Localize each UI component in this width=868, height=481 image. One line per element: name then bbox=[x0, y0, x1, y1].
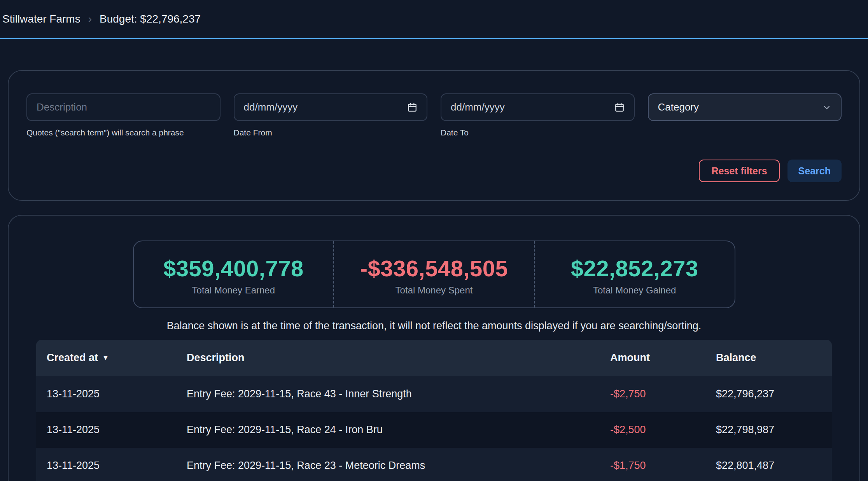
date-from-input[interactable]: dd/mm/yyyy bbox=[234, 93, 428, 121]
filter-fields-row: Quotes ("search term") will search a phr… bbox=[26, 93, 842, 137]
stat-earned-value: $359,400,778 bbox=[134, 256, 334, 281]
stat-spent-value: -$336,548,505 bbox=[334, 256, 534, 281]
stat-earned-label: Total Money Earned bbox=[134, 285, 334, 296]
header-created-at[interactable]: Created at▼ bbox=[36, 340, 176, 376]
stat-earned: $359,400,778 Total Money Earned bbox=[134, 241, 334, 307]
category-selected-value: Category bbox=[658, 101, 699, 113]
header-description[interactable]: Description bbox=[176, 340, 600, 376]
chevron-down-icon bbox=[822, 103, 831, 112]
calendar-icon[interactable] bbox=[407, 102, 417, 112]
search-button[interactable]: Search bbox=[788, 160, 842, 182]
description-input[interactable] bbox=[26, 93, 220, 121]
stat-spent: -$336,548,505 Total Money Spent bbox=[333, 241, 534, 307]
sort-desc-icon: ▼ bbox=[102, 353, 109, 362]
breadcrumb-farm-link[interactable]: Stillwater Farms bbox=[2, 13, 80, 25]
date-to-input[interactable]: dd/mm/yyyy bbox=[441, 93, 635, 121]
filter-panel: Quotes ("search term") will search a phr… bbox=[8, 70, 860, 201]
table-row: 13-11-2025 Entry Fee: 2029-11-15, Race 2… bbox=[36, 412, 832, 448]
date-to-value: dd/mm/yyyy bbox=[451, 101, 505, 113]
money-summary: $359,400,778 Total Money Earned -$336,54… bbox=[133, 240, 735, 308]
date-to-label: Date To bbox=[441, 128, 635, 137]
filter-actions: Reset filters Search bbox=[26, 160, 842, 182]
cell-created-at: 13-11-2025 bbox=[36, 448, 176, 481]
breadcrumb-budget: Budget: $22,796,237 bbox=[100, 13, 201, 25]
description-hint: Quotes ("search term") will search a phr… bbox=[26, 128, 220, 137]
cell-amount: -$2,500 bbox=[600, 412, 705, 448]
cell-balance: $22,801,487 bbox=[705, 448, 832, 481]
description-field: Quotes ("search term") will search a phr… bbox=[26, 93, 220, 137]
transactions-table: Created at▼ Description Amount Balance 1… bbox=[36, 340, 832, 481]
stat-spent-label: Total Money Spent bbox=[334, 285, 534, 296]
calendar-icon[interactable] bbox=[614, 102, 625, 112]
cell-description: Entry Fee: 2029-11-15, Race 43 - Inner S… bbox=[176, 376, 600, 412]
category-select[interactable]: Category bbox=[648, 93, 842, 121]
stat-gained: $22,852,273 Total Money Gained bbox=[534, 241, 735, 307]
cell-created-at: 13-11-2025 bbox=[36, 412, 176, 448]
date-from-label: Date From bbox=[234, 128, 428, 137]
page-header: Stillwater Farms › Budget: $22,796,237 bbox=[0, 0, 868, 39]
breadcrumb-separator-icon: › bbox=[88, 13, 92, 25]
cell-amount: -$2,750 bbox=[600, 376, 705, 412]
date-to-field: dd/mm/yyyy Date To bbox=[441, 93, 635, 137]
header-balance[interactable]: Balance bbox=[705, 340, 832, 376]
table-row: 13-11-2025 Entry Fee: 2029-11-15, Race 2… bbox=[36, 448, 832, 481]
cell-amount: -$1,750 bbox=[600, 448, 705, 481]
category-field: Category bbox=[648, 93, 842, 137]
date-from-value: dd/mm/yyyy bbox=[244, 101, 298, 113]
transactions-panel: $359,400,778 Total Money Earned -$336,54… bbox=[8, 215, 860, 481]
balance-note: Balance shown is at the time of the tran… bbox=[36, 320, 832, 332]
reset-filters-button[interactable]: Reset filters bbox=[699, 160, 779, 182]
cell-created-at: 13-11-2025 bbox=[36, 376, 176, 412]
cell-description: Entry Fee: 2029-11-15, Race 23 - Meteori… bbox=[176, 448, 600, 481]
date-from-field: dd/mm/yyyy Date From bbox=[234, 93, 428, 137]
stat-gained-label: Total Money Gained bbox=[535, 285, 735, 296]
cell-balance: $22,798,987 bbox=[705, 412, 832, 448]
header-amount[interactable]: Amount bbox=[600, 340, 705, 376]
stat-gained-value: $22,852,273 bbox=[535, 256, 735, 281]
table-row: 13-11-2025 Entry Fee: 2029-11-15, Race 4… bbox=[36, 376, 832, 412]
table-header-row: Created at▼ Description Amount Balance bbox=[36, 340, 832, 376]
cell-balance: $22,796,237 bbox=[705, 376, 832, 412]
cell-description: Entry Fee: 2029-11-15, Race 24 - Iron Br… bbox=[176, 412, 600, 448]
